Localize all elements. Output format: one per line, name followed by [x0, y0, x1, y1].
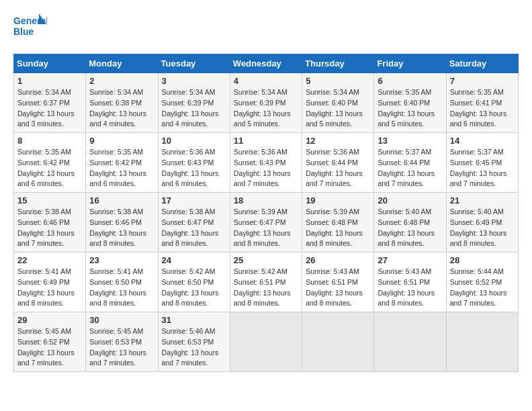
- day-info: Sunrise: 5:34 AMSunset: 6:39 PMDaylight:…: [162, 87, 226, 130]
- header-tuesday: Tuesday: [158, 54, 230, 73]
- day-info: Sunrise: 5:42 AMSunset: 6:51 PMDaylight:…: [234, 267, 298, 309]
- day-number: 11: [234, 136, 298, 146]
- day-number: 10: [162, 136, 226, 146]
- calendar-cell: [230, 312, 302, 372]
- header-friday: Friday: [374, 54, 446, 73]
- calendar-cell: 17Sunrise: 5:38 AMSunset: 6:47 PMDayligh…: [158, 193, 230, 253]
- day-info: Sunrise: 5:34 AMSunset: 6:37 PMDaylight:…: [17, 87, 82, 130]
- day-info: Sunrise: 5:35 AMSunset: 6:40 PMDaylight:…: [378, 87, 442, 130]
- calendar-cell: 18Sunrise: 5:39 AMSunset: 6:47 PMDayligh…: [230, 193, 302, 253]
- day-number: 20: [378, 195, 442, 205]
- calendar-cell: 5Sunrise: 5:34 AMSunset: 6:40 PMDaylight…: [302, 73, 374, 133]
- svg-text:Blue: Blue: [13, 26, 34, 37]
- calendar-cell: 3Sunrise: 5:34 AMSunset: 6:39 PMDaylight…: [158, 73, 230, 133]
- calendar-cell: 22Sunrise: 5:41 AMSunset: 6:49 PMDayligh…: [14, 253, 86, 312]
- day-info: Sunrise: 5:37 AMSunset: 6:45 PMDaylight:…: [450, 147, 515, 189]
- day-number: 27: [378, 255, 442, 265]
- calendar-cell: 26Sunrise: 5:43 AMSunset: 6:51 PMDayligh…: [302, 253, 374, 312]
- day-info: Sunrise: 5:36 AMSunset: 6:43 PMDaylight:…: [162, 147, 226, 189]
- day-number: 23: [89, 255, 154, 265]
- calendar-cell: 23Sunrise: 5:41 AMSunset: 6:50 PMDayligh…: [86, 253, 158, 312]
- calendar-cell: 4Sunrise: 5:34 AMSunset: 6:39 PMDaylight…: [230, 73, 302, 133]
- calendar-cell: 24Sunrise: 5:42 AMSunset: 6:50 PMDayligh…: [158, 253, 230, 312]
- day-info: Sunrise: 5:34 AMSunset: 6:40 PMDaylight:…: [306, 87, 370, 130]
- day-info: Sunrise: 5:41 AMSunset: 6:50 PMDaylight:…: [89, 267, 154, 309]
- calendar-cell: 20Sunrise: 5:40 AMSunset: 6:48 PMDayligh…: [374, 193, 446, 253]
- calendar-cell: 9Sunrise: 5:35 AMSunset: 6:42 PMDaylight…: [86, 133, 158, 193]
- day-number: 25: [234, 255, 298, 265]
- day-number: 21: [450, 195, 515, 205]
- day-number: 8: [17, 136, 82, 146]
- calendar-cell: 27Sunrise: 5:43 AMSunset: 6:51 PMDayligh…: [374, 253, 446, 312]
- day-info: Sunrise: 5:44 AMSunset: 6:52 PMDaylight:…: [450, 267, 515, 309]
- day-info: Sunrise: 5:40 AMSunset: 6:48 PMDaylight:…: [378, 207, 442, 249]
- calendar-cell: 30Sunrise: 5:45 AMSunset: 6:53 PMDayligh…: [86, 312, 158, 372]
- calendar-cell: 16Sunrise: 5:38 AMSunset: 6:46 PMDayligh…: [86, 193, 158, 253]
- day-number: 18: [234, 195, 298, 205]
- calendar-cell: 6Sunrise: 5:35 AMSunset: 6:40 PMDaylight…: [374, 73, 446, 133]
- day-number: 31: [162, 315, 226, 325]
- page-header: General Blue: [13, 13, 519, 43]
- day-info: Sunrise: 5:43 AMSunset: 6:51 PMDaylight:…: [378, 267, 442, 309]
- calendar-cell: 14Sunrise: 5:37 AMSunset: 6:45 PMDayligh…: [446, 133, 518, 193]
- day-number: 12: [306, 136, 370, 146]
- day-number: 29: [17, 315, 82, 325]
- day-number: 17: [162, 195, 226, 205]
- day-number: 3: [162, 76, 226, 86]
- calendar-cell: 31Sunrise: 5:46 AMSunset: 6:53 PMDayligh…: [158, 312, 230, 372]
- day-info: Sunrise: 5:41 AMSunset: 6:49 PMDaylight:…: [17, 267, 82, 309]
- day-number: 19: [306, 195, 370, 205]
- day-info: Sunrise: 5:39 AMSunset: 6:48 PMDaylight:…: [306, 207, 370, 249]
- calendar-cell: [446, 312, 518, 372]
- calendar-cell: 25Sunrise: 5:42 AMSunset: 6:51 PMDayligh…: [230, 253, 302, 312]
- day-info: Sunrise: 5:36 AMSunset: 6:44 PMDaylight:…: [306, 147, 370, 189]
- day-info: Sunrise: 5:39 AMSunset: 6:47 PMDaylight:…: [234, 207, 298, 249]
- day-number: 16: [89, 195, 154, 205]
- day-info: Sunrise: 5:34 AMSunset: 6:38 PMDaylight:…: [89, 87, 154, 130]
- logo: General Blue: [13, 13, 47, 43]
- day-number: 15: [17, 195, 82, 205]
- calendar-table: SundayMondayTuesdayWednesdayThursdayFrid…: [13, 54, 519, 372]
- header-wednesday: Wednesday: [230, 54, 302, 73]
- day-number: 1: [17, 76, 82, 86]
- day-info: Sunrise: 5:46 AMSunset: 6:53 PMDaylight:…: [162, 326, 226, 369]
- calendar-cell: 15Sunrise: 5:38 AMSunset: 6:46 PMDayligh…: [14, 193, 86, 253]
- calendar-cell: 1Sunrise: 5:34 AMSunset: 6:37 PMDaylight…: [14, 73, 86, 133]
- calendar-week-row: 8Sunrise: 5:35 AMSunset: 6:42 PMDaylight…: [14, 133, 519, 193]
- day-info: Sunrise: 5:43 AMSunset: 6:51 PMDaylight:…: [306, 267, 370, 309]
- calendar-cell: 29Sunrise: 5:45 AMSunset: 6:52 PMDayligh…: [14, 312, 86, 372]
- day-info: Sunrise: 5:37 AMSunset: 6:44 PMDaylight:…: [378, 147, 442, 189]
- calendar-cell: [302, 312, 374, 372]
- day-number: 2: [89, 76, 154, 86]
- day-number: 6: [378, 76, 442, 86]
- logo-svg: General Blue: [13, 13, 47, 43]
- day-info: Sunrise: 5:35 AMSunset: 6:42 PMDaylight:…: [89, 147, 154, 189]
- day-info: Sunrise: 5:35 AMSunset: 6:42 PMDaylight:…: [17, 147, 82, 189]
- calendar-cell: 28Sunrise: 5:44 AMSunset: 6:52 PMDayligh…: [446, 253, 518, 312]
- day-number: 14: [450, 136, 515, 146]
- calendar-week-row: 1Sunrise: 5:34 AMSunset: 6:37 PMDaylight…: [14, 73, 519, 133]
- day-number: 24: [162, 255, 226, 265]
- header-monday: Monday: [86, 54, 158, 73]
- header-thursday: Thursday: [302, 54, 374, 73]
- day-info: Sunrise: 5:34 AMSunset: 6:39 PMDaylight:…: [234, 87, 298, 130]
- calendar-cell: 8Sunrise: 5:35 AMSunset: 6:42 PMDaylight…: [14, 133, 86, 193]
- calendar-cell: 13Sunrise: 5:37 AMSunset: 6:44 PMDayligh…: [374, 133, 446, 193]
- calendar-cell: 2Sunrise: 5:34 AMSunset: 6:38 PMDaylight…: [86, 73, 158, 133]
- day-number: 5: [306, 76, 370, 86]
- calendar-week-row: 29Sunrise: 5:45 AMSunset: 6:52 PMDayligh…: [14, 312, 519, 372]
- calendar-header-row: SundayMondayTuesdayWednesdayThursdayFrid…: [14, 54, 519, 73]
- header-sunday: Sunday: [14, 54, 86, 73]
- day-info: Sunrise: 5:42 AMSunset: 6:50 PMDaylight:…: [162, 267, 226, 309]
- day-number: 9: [89, 136, 154, 146]
- calendar-week-row: 15Sunrise: 5:38 AMSunset: 6:46 PMDayligh…: [14, 193, 519, 253]
- calendar-cell: [374, 312, 446, 372]
- calendar-cell: 10Sunrise: 5:36 AMSunset: 6:43 PMDayligh…: [158, 133, 230, 193]
- day-number: 26: [306, 255, 370, 265]
- day-info: Sunrise: 5:38 AMSunset: 6:47 PMDaylight:…: [162, 207, 226, 249]
- day-info: Sunrise: 5:38 AMSunset: 6:46 PMDaylight:…: [17, 207, 82, 249]
- calendar-cell: 19Sunrise: 5:39 AMSunset: 6:48 PMDayligh…: [302, 193, 374, 253]
- day-info: Sunrise: 5:40 AMSunset: 6:49 PMDaylight:…: [450, 207, 515, 249]
- calendar-cell: 21Sunrise: 5:40 AMSunset: 6:49 PMDayligh…: [446, 193, 518, 253]
- day-number: 13: [378, 136, 442, 146]
